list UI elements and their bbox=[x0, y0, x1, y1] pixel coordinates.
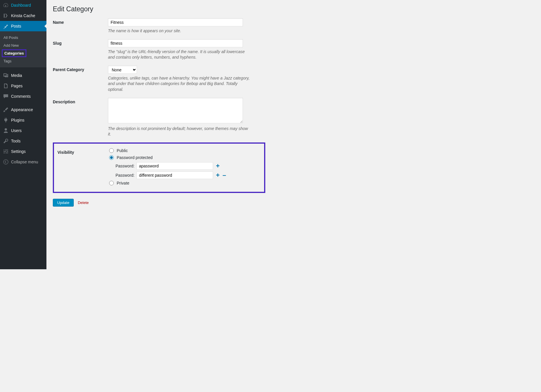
sidebar-item-pages[interactable]: Pages bbox=[0, 81, 46, 91]
sidebar-label: Collapse menu bbox=[11, 160, 38, 164]
plug-icon bbox=[3, 117, 9, 123]
sidebar-item-comments[interactable]: Comments bbox=[0, 91, 46, 102]
sidebar-item-posts[interactable]: Posts bbox=[0, 21, 46, 31]
sidebar-item-kinsta-cache[interactable]: Kinsta Cache bbox=[0, 10, 46, 21]
visibility-section: Visibility Public Password protected Pas… bbox=[53, 142, 265, 193]
name-label: Name bbox=[53, 18, 108, 25]
sidebar-item-plugins[interactable]: Plugins bbox=[0, 115, 46, 125]
password-input-2[interactable] bbox=[136, 171, 213, 179]
posts-submenu: All Posts Add New Categories Tags bbox=[0, 31, 46, 67]
visibility-password-radio[interactable] bbox=[109, 155, 114, 160]
remove-password-icon[interactable]: – bbox=[223, 172, 226, 178]
description-label: Description bbox=[53, 98, 108, 104]
pages-icon bbox=[3, 83, 9, 89]
visibility-public-label: Public bbox=[117, 148, 128, 153]
user-icon bbox=[3, 128, 9, 133]
submenu-add-new[interactable]: Add New bbox=[0, 41, 46, 49]
slug-label: Slug bbox=[53, 39, 108, 46]
sidebar-label: Dashboard bbox=[11, 3, 31, 8]
visibility-password-label: Password protected bbox=[117, 155, 153, 160]
sidebar-label: Media bbox=[11, 73, 22, 78]
visibility-private-label: Private bbox=[117, 181, 129, 185]
sliders-icon bbox=[3, 149, 9, 154]
media-icon bbox=[3, 73, 9, 78]
password-label-1: Password: bbox=[116, 164, 136, 168]
slug-input[interactable] bbox=[108, 39, 243, 47]
description-hint: The description is not prominent by defa… bbox=[108, 126, 250, 137]
password-input-1[interactable] bbox=[136, 162, 213, 170]
sidebar-label: Appearance bbox=[11, 107, 33, 112]
name-hint: The name is how it appears on your site. bbox=[108, 28, 250, 34]
sidebar-label: Users bbox=[11, 128, 22, 133]
password-label-2: Password: bbox=[116, 173, 136, 178]
main-content: Edit Category Name The name is how it ap… bbox=[46, 0, 372, 269]
svg-point-0 bbox=[3, 160, 8, 164]
submenu-all-posts[interactable]: All Posts bbox=[0, 34, 46, 41]
sidebar-label: Tools bbox=[11, 139, 21, 143]
wrench-icon bbox=[3, 138, 9, 144]
sidebar-item-tools[interactable]: Tools bbox=[0, 136, 46, 146]
slug-hint: The "slug" is the URL-friendly version o… bbox=[108, 49, 250, 60]
add-password-icon[interactable]: + bbox=[216, 172, 220, 178]
name-input[interactable] bbox=[108, 18, 243, 26]
kinsta-icon bbox=[3, 13, 9, 19]
brush-icon bbox=[3, 107, 9, 113]
sidebar-item-settings[interactable]: Settings bbox=[0, 146, 46, 157]
parent-label: Parent Category bbox=[53, 66, 108, 72]
sidebar-label: Settings bbox=[11, 149, 26, 154]
sidebar-item-appearance[interactable]: Appearance bbox=[0, 104, 46, 115]
sidebar-item-users[interactable]: Users bbox=[0, 125, 46, 136]
comments-icon bbox=[3, 93, 9, 99]
visibility-label: Visibility bbox=[57, 148, 109, 188]
delete-link[interactable]: Delete bbox=[78, 200, 89, 205]
add-password-icon[interactable]: + bbox=[216, 163, 220, 169]
sidebar-label: Comments bbox=[11, 94, 31, 99]
submenu-categories[interactable]: Categories bbox=[2, 49, 26, 57]
page-title: Edit Category bbox=[53, 5, 365, 13]
sidebar-item-collapse[interactable]: Collapse menu bbox=[0, 157, 46, 167]
sidebar-label: Posts bbox=[11, 24, 21, 28]
parent-select[interactable]: None bbox=[108, 66, 137, 74]
parent-hint: Categories, unlike tags, can have a hier… bbox=[108, 75, 250, 93]
sidebar-label: Pages bbox=[11, 84, 23, 88]
sidebar-item-media[interactable]: Media bbox=[0, 70, 46, 81]
dashboard-icon bbox=[3, 2, 9, 8]
sidebar-item-dashboard[interactable]: Dashboard bbox=[0, 0, 46, 10]
submenu-tags[interactable]: Tags bbox=[0, 57, 46, 65]
sidebar-label: Plugins bbox=[11, 118, 24, 122]
visibility-public-radio[interactable] bbox=[109, 148, 114, 153]
admin-sidebar: Dashboard Kinsta Cache Posts All Posts A… bbox=[0, 0, 46, 269]
update-button[interactable]: Update bbox=[53, 199, 74, 207]
collapse-icon bbox=[3, 159, 9, 165]
visibility-private-radio[interactable] bbox=[109, 181, 114, 185]
sidebar-label: Kinsta Cache bbox=[11, 13, 35, 18]
description-textarea[interactable] bbox=[108, 98, 243, 123]
pin-icon bbox=[3, 23, 9, 29]
